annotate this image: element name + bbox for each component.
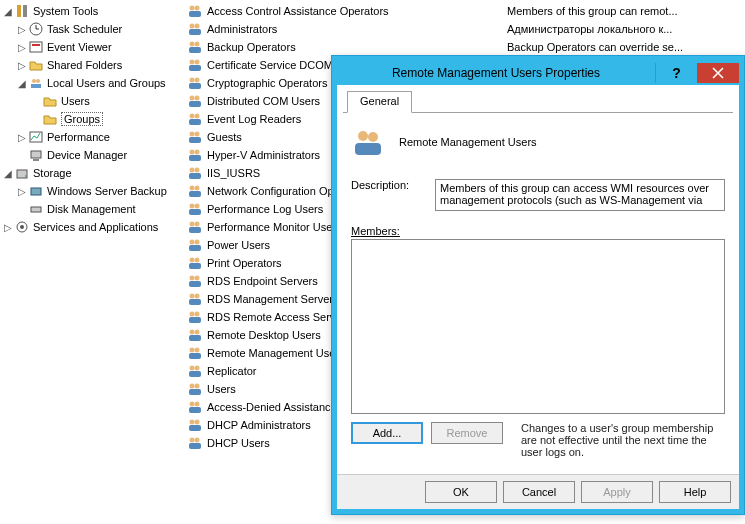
svg-point-57 — [195, 240, 200, 245]
svg-point-83 — [190, 402, 195, 407]
close-button[interactable] — [697, 63, 739, 83]
svg-rect-31 — [189, 83, 201, 89]
tree-shared-folders[interactable]: ▷ Shared Folders — [0, 56, 185, 74]
expander-icon[interactable]: ▷ — [16, 60, 28, 71]
tab-general[interactable]: General — [347, 91, 412, 113]
svg-point-53 — [190, 222, 195, 227]
svg-rect-73 — [189, 335, 201, 341]
event-icon — [28, 39, 44, 55]
folder-icon — [42, 93, 58, 109]
svg-point-47 — [190, 186, 195, 191]
svg-point-24 — [195, 42, 200, 47]
tree-users[interactable]: Users — [0, 92, 185, 110]
svg-rect-61 — [189, 263, 201, 269]
tree-local-users-groups[interactable]: ◢ Local Users and Groups — [0, 74, 185, 92]
expander-icon[interactable]: ▷ — [16, 24, 28, 35]
tree-event-viewer[interactable]: ▷ Event Viewer — [0, 38, 185, 56]
members-label: Members: — [343, 215, 733, 239]
services-icon — [14, 219, 30, 235]
svg-rect-88 — [189, 425, 201, 431]
svg-point-84 — [195, 402, 200, 407]
dialog-footer: OK Cancel Apply Help — [337, 474, 739, 509]
svg-rect-0 — [17, 5, 21, 17]
svg-point-23 — [190, 42, 195, 47]
tree-services-apps[interactable]: ▷ Services and Applications — [0, 218, 185, 236]
svg-point-30 — [195, 78, 200, 83]
tree-system-tools[interactable]: ◢ System Tools — [0, 2, 185, 20]
svg-rect-46 — [189, 173, 201, 179]
group-icon — [187, 147, 203, 163]
svg-rect-7 — [31, 84, 41, 88]
tree-label: Task Scheduler — [47, 23, 122, 35]
group-icon — [187, 399, 203, 415]
shared-folder-icon — [28, 57, 44, 73]
svg-point-39 — [195, 132, 200, 137]
ok-button[interactable]: OK — [425, 481, 497, 503]
group-icon — [187, 93, 203, 109]
expander-icon[interactable]: ▷ — [16, 132, 28, 143]
svg-point-51 — [195, 204, 200, 209]
help-button-footer[interactable]: Help — [659, 481, 731, 503]
description-label: Description: — [351, 179, 435, 191]
tree-storage[interactable]: ◢ Storage — [0, 164, 185, 182]
svg-rect-4 — [32, 44, 40, 46]
svg-rect-9 — [31, 151, 41, 158]
group-name: Access Control Assistance Operators — [207, 5, 507, 17]
svg-point-89 — [190, 438, 195, 443]
svg-point-63 — [195, 276, 200, 281]
expander-icon[interactable]: ▷ — [2, 222, 14, 233]
svg-rect-14 — [31, 207, 41, 212]
svg-rect-3 — [30, 42, 42, 52]
tools-icon — [14, 3, 30, 19]
svg-point-45 — [195, 168, 200, 173]
svg-rect-91 — [189, 443, 201, 449]
group-row[interactable]: Backup OperatorsBackup Operators can ove… — [185, 38, 745, 56]
description-field[interactable]: Members of this group can access WMI res… — [435, 179, 725, 211]
svg-point-36 — [195, 114, 200, 119]
svg-point-5 — [32, 79, 36, 83]
group-icon — [187, 291, 203, 307]
svg-point-29 — [190, 78, 195, 83]
group-row[interactable]: Access Control Assistance OperatorsMembe… — [185, 2, 745, 20]
svg-rect-85 — [189, 407, 201, 413]
add-button[interactable]: Add... — [351, 422, 423, 444]
expander-icon[interactable]: ▷ — [16, 186, 28, 197]
svg-rect-13 — [31, 188, 41, 195]
group-icon — [187, 75, 203, 91]
svg-point-16 — [20, 225, 24, 229]
svg-point-18 — [195, 6, 200, 11]
tree-task-scheduler[interactable]: ▷ Task Scheduler — [0, 20, 185, 38]
svg-point-21 — [195, 24, 200, 29]
svg-point-66 — [195, 294, 200, 299]
dialog-title: Remote Management Users Properties — [337, 66, 655, 80]
tree-label: Event Viewer — [47, 41, 112, 53]
tree-groups[interactable]: Groups — [0, 110, 185, 128]
properties-dialog: Remote Management Users Properties ? Gen… — [331, 55, 745, 515]
users-groups-icon — [28, 75, 44, 91]
svg-point-56 — [190, 240, 195, 245]
group-name: Backup Operators — [207, 41, 507, 53]
tree-device-manager[interactable]: Device Manager — [0, 146, 185, 164]
expander-icon[interactable]: ▷ — [16, 42, 28, 53]
tree-windows-server-backup[interactable]: ▷ Windows Server Backup — [0, 182, 185, 200]
svg-point-17 — [190, 6, 195, 11]
help-button[interactable]: ? — [655, 63, 697, 83]
svg-point-44 — [190, 168, 195, 173]
group-name: Remote Management Users — [399, 136, 537, 148]
tree-disk-management[interactable]: Disk Management — [0, 200, 185, 218]
svg-point-60 — [195, 258, 200, 263]
members-listbox[interactable] — [351, 239, 725, 414]
group-icon — [187, 201, 203, 217]
expander-icon[interactable]: ◢ — [16, 78, 28, 89]
tree-performance[interactable]: ▷ Performance — [0, 128, 185, 146]
expander-icon[interactable]: ◢ — [2, 168, 14, 179]
group-icon — [187, 21, 203, 37]
group-icon — [187, 129, 203, 145]
group-icon — [187, 273, 203, 289]
expander-icon[interactable]: ◢ — [2, 6, 14, 17]
backup-icon — [28, 183, 44, 199]
svg-point-33 — [195, 96, 200, 101]
tree-label: Users — [61, 95, 90, 107]
cancel-button[interactable]: Cancel — [503, 481, 575, 503]
group-row[interactable]: AdministratorsАдминистраторы локального … — [185, 20, 745, 38]
